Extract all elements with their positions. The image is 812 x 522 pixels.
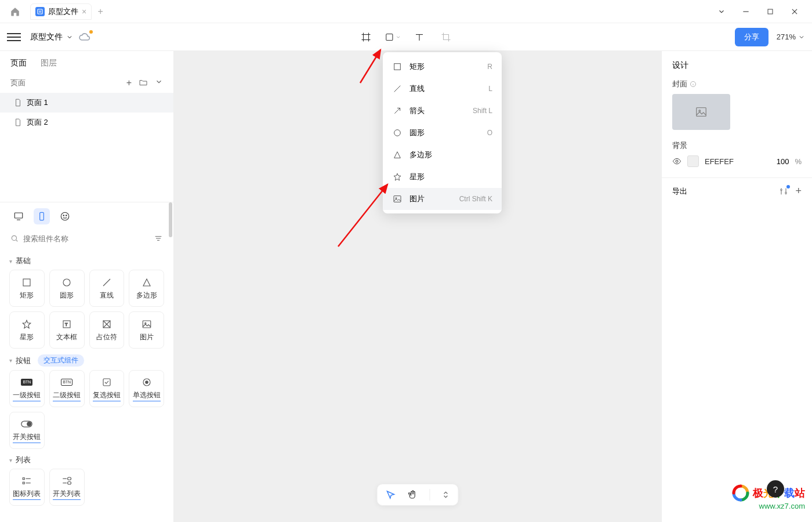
mobile-device-button[interactable] (34, 208, 50, 224)
text-tool[interactable] (411, 29, 427, 45)
share-button[interactable]: 分享 (735, 28, 768, 46)
component-image[interactable]: 图片 (129, 311, 164, 349)
percent-sign: % (795, 157, 802, 166)
maximize-button[interactable] (763, 5, 777, 19)
cloud-sync-icon[interactable] (79, 31, 90, 43)
watermark-logo-icon (732, 484, 749, 502)
file-selector[interactable]: 原型文件 (30, 32, 73, 42)
expand-toolbar[interactable] (442, 491, 450, 499)
section-basic[interactable]: 基础 (16, 256, 31, 266)
dropdown-item-image[interactable]: 图片Ctrl Shift K (383, 188, 502, 210)
component-polygon[interactable]: 多边形 (129, 270, 164, 307)
crop-tool[interactable] (438, 29, 454, 45)
svg-rect-49 (68, 481, 71, 484)
scrollbar[interactable] (169, 202, 172, 237)
add-export-button[interactable]: + (795, 185, 802, 197)
svg-rect-44 (23, 482, 25, 484)
dropdown-item-star[interactable]: 星形 (383, 166, 502, 188)
search-input[interactable] (23, 234, 149, 243)
titlebar: 原型文件 × + (0, 0, 812, 23)
export-label: 导出 (672, 186, 687, 197)
new-tab-button[interactable]: + (92, 6, 109, 17)
svg-rect-42 (23, 477, 25, 479)
section-lists[interactable]: 列表 (16, 455, 31, 465)
component-radio[interactable]: 单选按钮 (129, 370, 164, 407)
home-button[interactable] (5, 2, 26, 21)
component-line[interactable]: 直线 (89, 270, 125, 307)
component-secondary-button[interactable]: BTN二级按钮 (49, 370, 85, 407)
minimize-button[interactable] (739, 5, 753, 19)
component-rect[interactable]: 矩形 (9, 270, 45, 307)
export-settings-icon[interactable] (779, 187, 788, 196)
tab-layers[interactable]: 图层 (41, 58, 57, 68)
opacity-value[interactable]: 100 (777, 157, 789, 166)
svg-marker-28 (143, 279, 150, 286)
document-tab[interactable]: 原型文件 × (30, 3, 92, 20)
dropdown-item-circle[interactable]: 圆形O (383, 122, 502, 144)
doc-icon (35, 7, 45, 16)
svg-rect-53 (697, 108, 706, 117)
dropdown-item-line[interactable]: 直线L (383, 78, 502, 100)
component-placeholder[interactable]: 占位符 (89, 311, 125, 349)
svg-marker-66 (394, 152, 401, 158)
frame-tool[interactable] (358, 29, 374, 45)
dropdown-item-arrow[interactable]: 箭头Shift L (383, 100, 502, 122)
svg-rect-11 (386, 34, 393, 40)
tab-title: 原型文件 (48, 6, 78, 17)
component-switch-list[interactable]: 开关列表 (49, 469, 85, 506)
menu-button[interactable] (7, 30, 21, 44)
component-primary-button[interactable]: BTN一级按钮 (9, 370, 45, 407)
svg-rect-14 (14, 213, 23, 218)
shape-dropdown: 矩形R 直线L 箭头Shift L 圆形O 多边形 星形 图片Ctrl Shif… (383, 52, 502, 213)
home-icon (10, 6, 20, 17)
visibility-icon[interactable] (672, 157, 682, 166)
hand-tool[interactable] (408, 490, 418, 500)
dropdown-item-rect[interactable]: 矩形R (383, 56, 502, 78)
svg-rect-47 (68, 477, 71, 480)
svg-text:T: T (65, 322, 68, 327)
chevron-down-icon[interactable] (715, 5, 728, 19)
color-swatch[interactable] (687, 155, 699, 167)
cover-thumbnail[interactable] (672, 94, 730, 130)
chevron-down-icon (798, 34, 805, 41)
svg-line-27 (103, 279, 110, 286)
component-star[interactable]: 星形 (9, 311, 45, 349)
component-circle[interactable]: 圆形 (49, 270, 85, 307)
component-icon-list[interactable]: 图标列表 (9, 469, 45, 506)
close-button[interactable] (788, 5, 802, 19)
tab-pages[interactable]: 页面 (10, 58, 27, 68)
section-buttons[interactable]: 按钮 (16, 356, 31, 366)
right-panel: 设计 封面 背景 EFEFEF 100 % 导出 + (661, 51, 812, 522)
tab-close-icon[interactable]: × (82, 7, 86, 16)
help-button[interactable]: ? (767, 480, 784, 498)
pages-heading: 页面 (10, 78, 26, 88)
page-item[interactable]: 页面 2 (0, 113, 173, 132)
component-checkbox[interactable]: 复选按钮 (89, 370, 125, 407)
page-item[interactable]: 页面 1 (0, 93, 173, 113)
svg-point-26 (63, 279, 70, 286)
desktop-device-button[interactable] (10, 208, 27, 224)
filter-icon[interactable] (154, 234, 163, 243)
floating-toolbar (377, 484, 459, 506)
svg-rect-4 (768, 9, 773, 14)
folder-icon[interactable] (139, 78, 148, 88)
interactive-pill: 交互式组件 (38, 354, 84, 367)
annotation-arrow-icon (357, 45, 386, 86)
chevron-down-icon[interactable] (155, 78, 163, 88)
emoji-button[interactable] (57, 208, 73, 224)
component-toggle[interactable]: 开关按钮 (9, 412, 45, 449)
svg-point-65 (394, 130, 401, 136)
svg-rect-37 (103, 379, 110, 386)
left-panel: 页面 图层 页面 + 页面 1 页面 2 (0, 51, 174, 522)
info-icon[interactable] (690, 81, 697, 88)
page-item-label: 页面 1 (27, 97, 48, 108)
component-textbox[interactable]: T文本框 (49, 311, 85, 349)
zoom-control[interactable]: 271% (777, 32, 805, 41)
shape-tool[interactable] (385, 29, 401, 45)
add-page-button[interactable]: + (126, 78, 132, 88)
svg-point-41 (27, 422, 31, 426)
color-hex[interactable]: EFEFEF (705, 157, 771, 166)
cursor-tool[interactable] (386, 490, 396, 500)
dropdown-item-polygon[interactable]: 多边形 (383, 144, 502, 166)
svg-line-73 (338, 184, 387, 246)
